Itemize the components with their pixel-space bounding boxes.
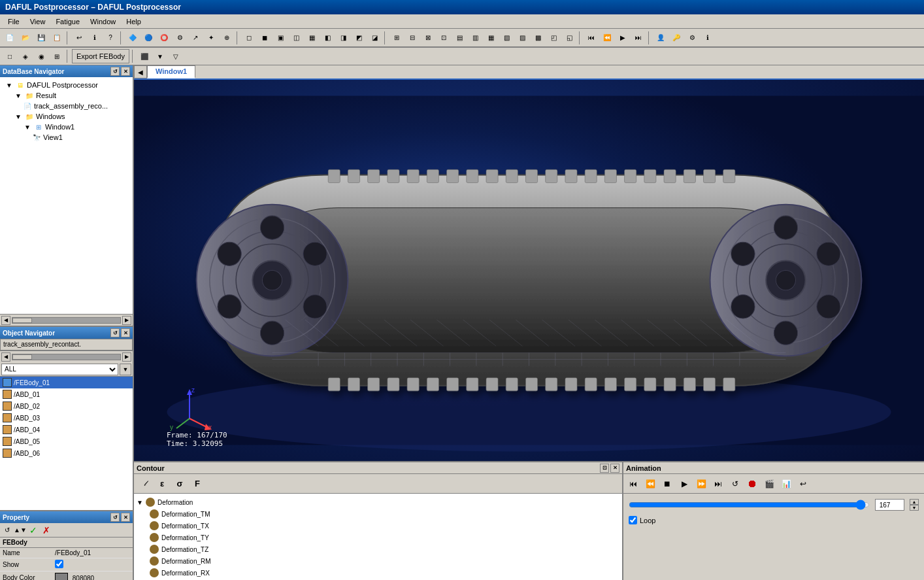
tb3-7[interactable]: ⊕ [220,31,234,45]
tree-item-track[interactable]: 📄 track_assembly_reco... [3,101,130,111]
anim-rewind-btn[interactable]: ↩ [796,477,810,491]
tb3-5[interactable]: ↗ [188,31,203,45]
scroll-track2[interactable] [12,354,121,360]
property-refresh[interactable]: ↺ [110,513,120,522]
tree-item-window1[interactable]: ▼ ⊞ Window1 [3,122,130,132]
settings[interactable]: ⚙ [685,31,699,45]
anim-loop-checkbox[interactable] [629,516,637,524]
play-fwd[interactable]: ▶ [616,31,630,45]
contour-item-rx[interactable]: Deformation_RX [137,567,619,579]
tb2-7[interactable]: ▽ [169,49,183,63]
scroll-left[interactable]: ◀ [1,316,10,325]
obj-nav-close[interactable]: ✕ [121,328,130,337]
view7[interactable]: ◨ [336,31,350,45]
menu-window[interactable]: Window [85,16,121,27]
view6[interactable]: ◧ [320,31,335,45]
view1[interactable]: ◻ [242,31,256,45]
viewport-3d[interactable]: z x y Frame: 167/170 Time: 3.32095 [134,80,924,461]
filter-select[interactable]: ALL [1,364,118,375]
anim-spin-up[interactable]: ▲ [910,499,919,505]
anim-loop-btn[interactable]: ↺ [728,477,742,491]
db-nav-close[interactable]: ✕ [121,67,130,76]
anim-chart-btn[interactable]: 📊 [779,477,793,491]
contour-item-tx[interactable]: Deformation_TX [137,520,619,532]
tab-left-arrow[interactable]: ◀ [134,65,147,78]
tb2-1[interactable]: □ [3,49,17,63]
export-febody-btn[interactable]: Export FEBody [72,49,129,63]
nav8[interactable]: ▧ [499,31,514,45]
nav2[interactable]: ⊟ [405,31,420,45]
info2[interactable]: ℹ [701,31,715,45]
help-btn[interactable]: ℹ [88,31,102,45]
user1[interactable]: 👤 [653,31,668,45]
nav3[interactable]: ⊠ [421,31,435,45]
save2-btn[interactable]: 📋 [50,31,64,45]
property-close[interactable]: ✕ [121,513,130,522]
prop-sort-btn[interactable]: ▲▼ [14,524,26,536]
obj-item-febody[interactable]: /FEBody_01 [0,377,133,388]
obj-item-abd04[interactable]: /ABD_04 [0,424,133,435]
scroll-track[interactable] [12,317,121,324]
tb2-2[interactable]: ◈ [18,49,33,63]
tb3-4[interactable]: ⚙ [173,31,187,45]
play-back[interactable]: ⏪ [600,31,614,45]
tree-item-windows[interactable]: ▼ 📁 Windows [3,111,130,122]
menu-help[interactable]: Help [121,16,146,27]
obj-item-abd05[interactable]: /ABD_05 [0,435,133,447]
tb3-6[interactable]: ✦ [204,31,218,45]
contour-restore[interactable]: ⊡ [600,464,609,473]
view2[interactable]: ◼ [257,31,272,45]
anim-slider[interactable] [629,500,870,510]
prop-cancel-btn[interactable]: ✗ [41,524,52,536]
nav10[interactable]: ▩ [531,31,545,45]
contour-item-tz[interactable]: Deformation_TZ [137,543,619,555]
open-btn[interactable]: 📂 [18,31,33,45]
view8[interactable]: ◩ [352,31,366,45]
user2[interactable]: 🔑 [669,31,684,45]
anim-next-btn[interactable]: ⏩ [694,477,708,491]
anim-frame-input[interactable] [875,499,904,511]
nav4[interactable]: ⊡ [437,31,451,45]
tree-item-daful[interactable]: ▼ 🖥 DAFUL Postprocessor [3,80,130,90]
menu-view[interactable]: View [25,16,51,27]
undo-btn[interactable]: ↩ [72,31,86,45]
tb2-5[interactable]: ⬛ [137,49,152,63]
tb3-1[interactable]: 🔷 [125,31,140,45]
anim-record-btn[interactable]: ⏺ [745,477,759,491]
tree-item-view1[interactable]: 🔭 View1 [3,132,130,143]
prop-reset-btn[interactable]: ↺ [1,524,13,536]
tb2-3[interactable]: ◉ [34,49,48,63]
anim-stop-btn[interactable]: ⏹ [660,477,674,491]
nav1[interactable]: ⊞ [389,31,404,45]
save-btn[interactable]: 💾 [34,31,48,45]
view5[interactable]: ▦ [305,31,319,45]
obj-item-abd06[interactable]: /ABD_06 [0,447,133,459]
db-nav-refresh[interactable]: ↺ [110,67,120,76]
contour-item-rm[interactable]: Deformation_RM [137,555,619,567]
view9[interactable]: ◪ [367,31,382,45]
epsilon-btn[interactable]: ε [154,476,170,492]
what-btn[interactable]: ? [103,31,118,45]
menu-file[interactable]: File [3,16,25,27]
play-first[interactable]: ⏮ [584,31,599,45]
scroll-left2[interactable]: ◀ [1,352,10,362]
force-btn[interactable]: F [190,476,205,492]
obj-item-abd01[interactable]: /ABD_01 [0,388,133,400]
scroll-right[interactable]: ▶ [122,316,131,325]
play-last[interactable]: ⏭ [631,31,646,45]
contour-item-tm[interactable]: Deformation_TM [137,508,619,520]
nav7[interactable]: ▦ [484,31,498,45]
nav11[interactable]: ◰ [546,31,561,45]
nav5[interactable]: ▤ [452,31,467,45]
new-btn[interactable]: 📄 [3,31,17,45]
contour-close[interactable]: ✕ [610,464,619,473]
view3[interactable]: ▣ [273,31,288,45]
filter-btn[interactable]: ▼ [120,364,131,375]
anim-play-btn[interactable]: ▶ [677,477,691,491]
obj-item-abd03[interactable]: /ABD_03 [0,412,133,424]
anim-prev-btn[interactable]: ⏪ [643,477,657,491]
prop-apply-btn[interactable]: ✓ [27,524,39,536]
tree-item-result[interactable]: ▼ 📁 Result [3,90,130,101]
menu-fatigue[interactable]: Fatigue [50,16,85,27]
tb2-4[interactable]: ⊞ [50,49,64,63]
